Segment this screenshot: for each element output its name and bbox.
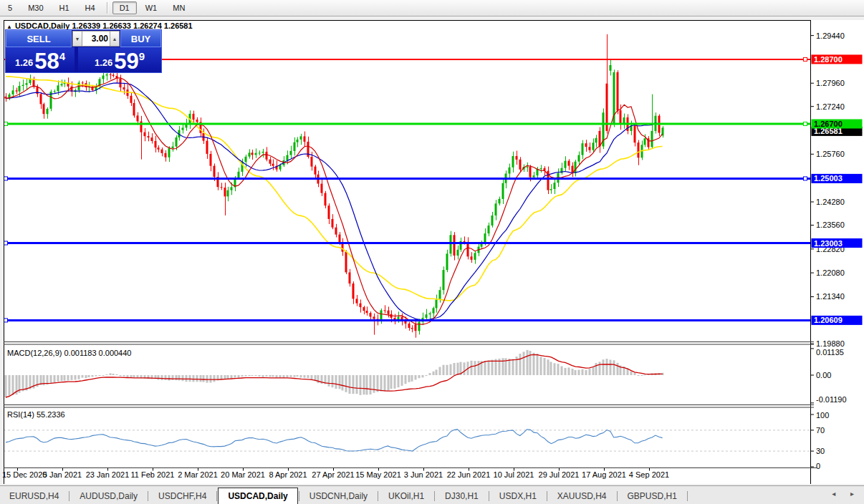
tab-scroll-right-icon[interactable]: ▸ — [850, 490, 854, 498]
timeframe-toolbar: 5M30H1H4D1W1MN — [0, 0, 864, 16]
tab-separator — [378, 491, 378, 501]
svg-text:0.00: 0.00 — [816, 371, 831, 379]
one-click-trading-panel: SELL ▼ ▲ BUY 1.26 58 4 1.26 59 9 — [5, 29, 162, 73]
price-chart-canvas[interactable]: 1.294401.279601.272401.257601.242801.235… — [0, 20, 864, 484]
tab-xauusd-h4[interactable]: XAUUSD,H4 — [548, 488, 616, 504]
svg-text:23 Jan 2021: 23 Jan 2021 — [86, 470, 130, 479]
tab-separator — [547, 491, 547, 501]
timeframe-button-w1[interactable]: W1 — [138, 1, 165, 14]
timeframe-button-mn[interactable]: MN — [165, 1, 192, 14]
svg-text:1.23003: 1.23003 — [814, 239, 843, 248]
timeframe-button-h1[interactable]: H1 — [52, 1, 77, 14]
volume-increase-button[interactable]: ▲ — [110, 31, 120, 47]
volume-input[interactable] — [82, 31, 110, 47]
svg-text:8 Apr 2021: 8 Apr 2021 — [269, 470, 307, 479]
svg-text:70: 70 — [816, 426, 825, 435]
svg-text:22 Jun 2021: 22 Jun 2021 — [447, 470, 491, 479]
tab-scroll-arrows: ◂ ▸ — [819, 490, 854, 498]
sell-button[interactable]: SELL — [6, 30, 72, 47]
svg-text:1.28700: 1.28700 — [814, 55, 843, 64]
svg-text:0: 0 — [816, 462, 820, 470]
chart-tabs: EURUSD,H4AUDUSD,DailyUSDCHF,H4USDCAD,Dai… — [0, 485, 864, 504]
sell-price-pip: 4 — [59, 50, 65, 62]
tab-separator — [434, 491, 435, 501]
svg-text:20 Mar 2021: 20 Mar 2021 — [221, 470, 265, 479]
svg-text:1.20609: 1.20609 — [814, 316, 843, 324]
timeframe-button-5[interactable]: 5 — [1, 1, 19, 14]
tab-separator — [687, 491, 688, 501]
svg-text:1.21340: 1.21340 — [816, 292, 845, 301]
svg-text:1.25003: 1.25003 — [814, 174, 843, 183]
svg-text:15 Dec 2020: 15 Dec 2020 — [2, 470, 47, 479]
macd-indicator-label: MACD(12,26,9) 0.001183 0.000440 — [7, 349, 131, 357]
svg-text:29 Jul 2021: 29 Jul 2021 — [539, 470, 580, 479]
svg-text:15 May 2021: 15 May 2021 — [355, 470, 401, 479]
svg-text:1.29440: 1.29440 — [816, 32, 845, 40]
tab-separator — [216, 491, 217, 501]
svg-text:1.25760: 1.25760 — [816, 150, 845, 158]
tab-usdcnh-daily[interactable]: USDCNH,Daily — [300, 488, 377, 504]
svg-text:0.01135: 0.01135 — [816, 348, 844, 357]
volume-decrease-button[interactable]: ▼ — [72, 31, 82, 47]
tab-usdcad-daily[interactable]: USDCAD,Daily — [218, 488, 297, 504]
tab-gbpusd-h1[interactable]: GBPUSD,H1 — [618, 488, 686, 504]
svg-text:30: 30 — [816, 447, 825, 455]
svg-text:1.24280: 1.24280 — [816, 198, 845, 206]
timeframe-button-d1[interactable]: D1 — [112, 1, 137, 14]
svg-text:17 Aug 2021: 17 Aug 2021 — [582, 470, 626, 479]
buy-price-prefix: 1.26 — [95, 57, 112, 68]
svg-text:1.26700: 1.26700 — [814, 120, 843, 128]
tab-separator — [489, 491, 489, 501]
buy-price-display[interactable]: 1.26 59 9 — [78, 47, 161, 72]
tab-ukoil-h1[interactable]: UKOil,H1 — [379, 488, 433, 504]
sell-price-prefix: 1.26 — [15, 57, 33, 68]
svg-text:-0.01190: -0.01190 — [816, 395, 847, 404]
svg-text:5 Jan 2021: 5 Jan 2021 — [43, 470, 82, 479]
tab-separator — [299, 491, 299, 501]
tab-scroll-left-icon[interactable]: ◂ — [832, 490, 835, 498]
sell-price-display[interactable]: 1.26 58 4 — [6, 47, 75, 72]
tab-separator — [69, 491, 69, 501]
tab-separator — [617, 491, 618, 501]
tab-usdchf-h4[interactable]: USDCHF,H4 — [149, 488, 216, 504]
svg-text:10 Jul 2021: 10 Jul 2021 — [494, 470, 534, 479]
timeframe-button-m30[interactable]: M30 — [21, 1, 50, 14]
svg-text:1.23560: 1.23560 — [816, 220, 845, 229]
tab-eurusd-h4[interactable]: EURUSD,H4 — [0, 488, 68, 504]
buy-price-big: 59 — [114, 52, 138, 71]
svg-text:2 Mar 2021: 2 Mar 2021 — [178, 470, 218, 479]
svg-text:1.22080: 1.22080 — [816, 268, 845, 277]
rsi-indicator-label: RSI(14) 55.2336 — [7, 410, 65, 419]
tab-usdx-h1[interactable]: USDX,H1 — [490, 488, 546, 504]
svg-text:1.27960: 1.27960 — [816, 79, 845, 87]
date-axis[interactable]: 15 Dec 20205 Jan 202123 Jan 202111 Feb 2… — [2, 468, 669, 479]
toolbar-divider — [107, 2, 108, 14]
svg-text:3 Jun 2021: 3 Jun 2021 — [404, 470, 443, 479]
svg-text:1.27240: 1.27240 — [816, 102, 845, 111]
svg-text:1.19880: 1.19880 — [816, 339, 845, 348]
svg-text:11 Feb 2021: 11 Feb 2021 — [131, 470, 175, 479]
tab-audusd-daily[interactable]: AUDUSD,Daily — [70, 488, 147, 504]
tab-separator — [148, 491, 148, 501]
svg-text:100: 100 — [816, 411, 829, 420]
svg-text:27 Apr 2021: 27 Apr 2021 — [312, 470, 354, 479]
buy-price-pip: 9 — [139, 50, 145, 62]
buy-button[interactable]: BUY — [120, 30, 161, 47]
mt4-window: 5M30H1H4D1W1MN 1.294401.279601.272401.25… — [0, 0, 864, 504]
volume-stepper: ▼ ▲ — [72, 30, 120, 47]
tab-dj30-h1[interactable]: DJ30,H1 — [436, 488, 488, 504]
timeframe-button-h4[interactable]: H4 — [78, 1, 102, 14]
svg-text:4 Sep 2021: 4 Sep 2021 — [629, 470, 669, 479]
sell-price-big: 58 — [34, 52, 59, 71]
